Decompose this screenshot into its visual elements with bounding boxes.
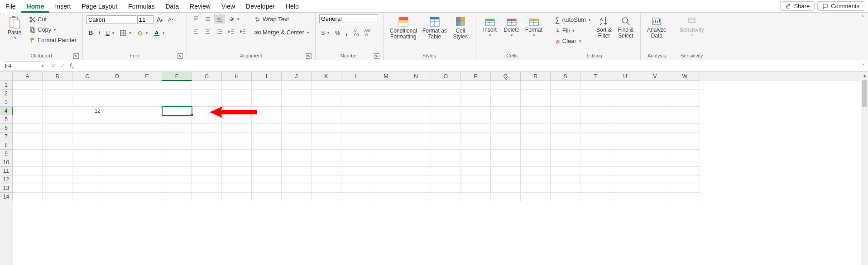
tab-developer[interactable]: Developer	[240, 0, 280, 13]
cell-W1[interactable]	[670, 81, 700, 90]
cell-Q8[interactable]	[491, 141, 521, 150]
cell-T6[interactable]	[580, 124, 610, 132]
expand-formula-bar-button[interactable]: ˅	[859, 62, 868, 69]
cell-G6[interactable]	[192, 124, 222, 132]
cell-C10[interactable]	[72, 158, 102, 167]
cell-W11[interactable]	[670, 167, 700, 175]
cell-B11[interactable]	[43, 167, 72, 175]
find-select-button[interactable]: Find & Select	[615, 14, 637, 40]
tab-home[interactable]: Home	[21, 0, 50, 13]
cell-S6[interactable]	[551, 124, 580, 132]
cell-N10[interactable]	[401, 158, 431, 167]
row-header-9[interactable]: 9	[0, 150, 13, 158]
cell-M12[interactable]	[371, 175, 401, 184]
cell-D6[interactable]	[102, 124, 132, 132]
cell-M13[interactable]	[371, 184, 401, 193]
cell-D1[interactable]	[102, 81, 132, 90]
cell-H6[interactable]	[222, 124, 252, 132]
cell-H3[interactable]	[222, 98, 252, 107]
fx-icon[interactable]: fx	[70, 62, 74, 70]
column-header-G[interactable]: G	[192, 72, 222, 81]
cell-T8[interactable]	[580, 141, 610, 150]
cell-O12[interactable]	[431, 175, 461, 184]
cell-C9[interactable]	[72, 150, 102, 158]
cell-E7[interactable]	[132, 132, 162, 141]
cell-O13[interactable]	[431, 184, 461, 193]
cell-E13[interactable]	[132, 184, 162, 193]
select-all-corner[interactable]	[0, 72, 13, 81]
clipboard-dialog-launcher[interactable]: ⬊	[73, 53, 79, 59]
cell-G14[interactable]	[192, 193, 222, 201]
cell-S1[interactable]	[551, 81, 580, 90]
cell-V14[interactable]	[640, 193, 670, 201]
row-header-1[interactable]: 1	[0, 81, 13, 90]
row-header-6[interactable]: 6	[0, 124, 13, 132]
cell-T13[interactable]	[580, 184, 610, 193]
column-header-F[interactable]: F	[162, 72, 192, 81]
cell-B14[interactable]	[43, 193, 72, 201]
cell-R2[interactable]	[521, 90, 551, 98]
column-header-H[interactable]: H	[222, 72, 252, 81]
column-header-C[interactable]: C	[72, 72, 102, 81]
format-as-table-button[interactable]: Format as Table	[420, 14, 450, 41]
cell-W3[interactable]	[670, 98, 700, 107]
cell-B5[interactable]	[43, 115, 72, 124]
fill-color-button[interactable]: ▾	[134, 28, 150, 38]
cell-O14[interactable]	[431, 193, 461, 201]
font-size-combo[interactable]	[137, 15, 153, 24]
cell-Q5[interactable]	[491, 115, 521, 124]
cell-Q4[interactable]	[491, 107, 521, 115]
cell-G11[interactable]	[192, 167, 222, 175]
cell-T4[interactable]	[580, 107, 610, 115]
comments-button[interactable]: Comments	[817, 1, 864, 11]
cell-P6[interactable]	[461, 124, 491, 132]
tab-data[interactable]: Data	[160, 0, 184, 13]
cell-N4[interactable]	[401, 107, 431, 115]
cell-V11[interactable]	[640, 167, 670, 175]
cell-N9[interactable]	[401, 150, 431, 158]
row-header-7[interactable]: 7	[0, 132, 13, 141]
cell-G3[interactable]	[192, 98, 222, 107]
cell-D9[interactable]	[102, 150, 132, 158]
cell-F2[interactable]	[162, 90, 192, 98]
cell-P11[interactable]	[461, 167, 491, 175]
cell-L10[interactable]	[341, 158, 371, 167]
cell-A5[interactable]	[13, 115, 43, 124]
cell-P7[interactable]	[461, 132, 491, 141]
cell-O10[interactable]	[431, 158, 461, 167]
cell-C2[interactable]	[72, 90, 102, 98]
cell-N13[interactable]	[401, 184, 431, 193]
cell-U2[interactable]	[610, 90, 640, 98]
cell-W12[interactable]	[670, 175, 700, 184]
cell-V9[interactable]	[640, 150, 670, 158]
cell-S3[interactable]	[551, 98, 580, 107]
cell-H8[interactable]	[222, 141, 252, 150]
cell-S8[interactable]	[551, 141, 580, 150]
cell-F7[interactable]	[162, 132, 192, 141]
copy-button[interactable]: Copy ▾	[27, 25, 79, 34]
cell-R7[interactable]	[521, 132, 551, 141]
cell-N12[interactable]	[401, 175, 431, 184]
cell-J7[interactable]	[282, 132, 312, 141]
cell-R8[interactable]	[521, 141, 551, 150]
cell-J13[interactable]	[282, 184, 312, 193]
cell-F4[interactable]	[162, 107, 192, 115]
scroll-up-button[interactable]: ▴	[861, 72, 868, 79]
cell-U8[interactable]	[610, 141, 640, 150]
cell-C12[interactable]	[72, 175, 102, 184]
cell-C1[interactable]	[72, 81, 102, 90]
cell-K2[interactable]	[312, 90, 341, 98]
cell-O7[interactable]	[431, 132, 461, 141]
cell-T14[interactable]	[580, 193, 610, 201]
cell-I5[interactable]	[252, 115, 282, 124]
row-header-8[interactable]: 8	[0, 141, 13, 150]
cell-C7[interactable]	[72, 132, 102, 141]
cell-P12[interactable]	[461, 175, 491, 184]
cell-I14[interactable]	[252, 193, 282, 201]
cell-A10[interactable]	[13, 158, 43, 167]
clear-button[interactable]: Clear▾	[553, 36, 593, 46]
orientation-button[interactable]: ab▾	[226, 14, 242, 24]
cell-R4[interactable]	[521, 107, 551, 115]
cell-O2[interactable]	[431, 90, 461, 98]
delete-cells-button[interactable]: Delete▾	[501, 14, 523, 38]
